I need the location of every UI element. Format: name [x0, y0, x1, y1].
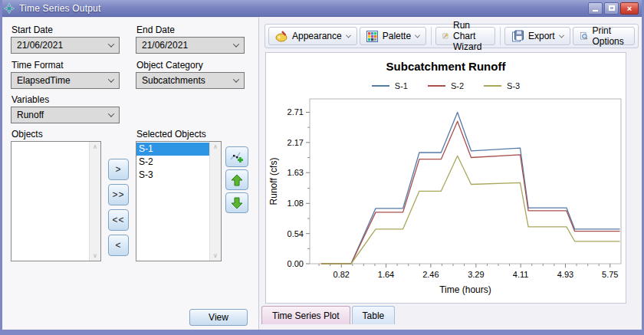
chevron-down-icon	[233, 76, 239, 82]
scroll-down-icon[interactable]: ∨	[213, 252, 218, 259]
object-category-label: Object Category	[136, 60, 203, 71]
appearance-button[interactable]: Appearance	[268, 27, 357, 45]
run-chart-wizard-button[interactable]: Run Chart Wizard	[435, 27, 495, 45]
scroll-down-icon[interactable]: ∨	[93, 252, 97, 259]
chart-title: Subcatchment Runoff	[266, 60, 626, 73]
palette-icon	[366, 31, 378, 42]
variables-label: Variables	[12, 94, 49, 105]
legend-label: S-1	[395, 81, 408, 90]
maximize-button[interactable]	[604, 2, 619, 15]
add-selected-button[interactable]: >	[108, 159, 129, 180]
minimize-icon	[593, 10, 598, 11]
chevron-down-icon	[108, 41, 114, 47]
appearance-icon	[275, 30, 288, 42]
window-title: Time Series Output	[19, 3, 101, 14]
add-series-button[interactable]	[225, 146, 248, 167]
start-date-label: Start Date	[12, 25, 53, 35]
scroll-up-icon[interactable]: ∧	[213, 143, 218, 150]
titlebar[interactable]: Time Series Output ×	[0, 0, 644, 17]
svg-text:Time (hours): Time (hours)	[439, 284, 491, 295]
move-down-button[interactable]	[225, 192, 248, 213]
maximize-icon	[609, 5, 615, 11]
chevron-down-icon	[233, 41, 239, 47]
time-format-select[interactable]: ElapsedTime	[11, 72, 120, 89]
svg-text:2.46: 2.46	[422, 270, 439, 279]
chevron-down-icon	[415, 32, 420, 38]
svg-text:0.82: 0.82	[334, 270, 350, 279]
list-item[interactable]: S-3	[136, 169, 209, 182]
selected-objects-label: Selected Objects	[136, 129, 206, 140]
time-series-output-window: Time Series Output × Start Date 21/06/20…	[0, 0, 644, 335]
svg-text:1.64: 1.64	[378, 270, 394, 279]
chart-panel: Subcatchment Runoff S-1S-2S-3 0.000.541.…	[265, 52, 626, 304]
add-all-button[interactable]: >>	[108, 184, 129, 205]
list-item[interactable]: S-2	[136, 156, 209, 169]
selection-panel: Start Date 21/06/2021 End Date 21/06/202…	[2, 17, 259, 330]
end-date-label: End Date	[136, 25, 175, 35]
svg-text:0.54: 0.54	[288, 229, 304, 238]
tab-table[interactable]: Table	[352, 306, 396, 324]
legend-line-swatch	[484, 85, 501, 87]
tab-time-series-plot[interactable]: Time Series Plot	[261, 306, 350, 324]
scroll-up-icon[interactable]: ∧	[93, 143, 97, 150]
svg-text:1.08: 1.08	[288, 199, 304, 208]
time-format-label: Time Format	[12, 60, 64, 71]
add-series-icon	[230, 151, 244, 163]
start-date-select[interactable]: 21/06/2021	[11, 37, 120, 54]
svg-text:3.29: 3.29	[468, 270, 484, 279]
legend-label: S-2	[451, 81, 464, 90]
print-options-button[interactable]: Print Options	[573, 27, 635, 45]
legend-entry: S-2	[428, 81, 464, 90]
svg-text:0.00: 0.00	[288, 259, 304, 268]
chevron-down-icon	[346, 32, 351, 38]
objects-list-items	[12, 142, 89, 261]
svg-text:Runoff (cfs): Runoff (cfs)	[268, 158, 279, 205]
remove-all-button[interactable]: <<	[108, 209, 129, 231]
list-item[interactable]: S-1	[136, 143, 209, 156]
objects-label: Objects	[12, 129, 43, 140]
print-options-icon	[580, 30, 588, 42]
chevron-down-icon	[108, 76, 114, 82]
move-up-icon	[231, 174, 243, 186]
chart-plot: 0.000.541.081.632.172.710.821.642.463.29…	[266, 94, 626, 297]
legend-label: S-3	[507, 81, 520, 90]
tab-bar: Time Series Plot Table	[261, 306, 395, 325]
legend-line-swatch	[428, 85, 445, 87]
export-button[interactable]: Export	[504, 27, 570, 45]
chart-toolbar: Appearance Palette	[264, 24, 639, 48]
palette-button[interactable]: Palette	[360, 27, 426, 45]
svg-text:4.93: 4.93	[557, 270, 573, 279]
objects-list[interactable]: ∧ ∨	[11, 141, 101, 261]
selected-objects-list[interactable]: S-1 S-2 S-3 ∧ ∨	[136, 141, 222, 261]
svg-text:1.63: 1.63	[288, 168, 304, 177]
legend-line-swatch	[372, 85, 389, 87]
move-down-icon	[231, 197, 243, 209]
scrollbar[interactable]: ∧ ∨	[89, 142, 100, 261]
chart-legend: S-1S-2S-3	[266, 81, 626, 90]
chevron-down-icon	[559, 32, 564, 38]
variables-select[interactable]: Runoff	[11, 107, 120, 123]
minimize-button[interactable]	[588, 2, 603, 15]
window-body: Start Date 21/06/2021 End Date 21/06/202…	[2, 17, 642, 330]
object-category-select[interactable]: Subcatchments	[136, 72, 245, 89]
scrollbar[interactable]: ∧ ∨	[209, 142, 221, 261]
close-icon: ×	[627, 4, 632, 13]
legend-entry: S-3	[484, 81, 520, 90]
svg-text:2.71: 2.71	[288, 107, 304, 117]
app-icon	[4, 3, 15, 14]
view-button[interactable]: View	[189, 309, 248, 326]
end-date-select[interactable]: 21/06/2021	[136, 37, 245, 54]
legend-entry: S-1	[372, 81, 408, 90]
move-up-button[interactable]	[225, 169, 248, 190]
remove-selected-button[interactable]: <	[108, 235, 129, 256]
svg-text:2.17: 2.17	[288, 138, 304, 147]
svg-text:4.11: 4.11	[513, 270, 529, 279]
chevron-down-icon	[108, 110, 114, 117]
close-button[interactable]: ×	[620, 2, 639, 15]
wizard-icon	[442, 30, 449, 42]
export-icon	[511, 30, 524, 42]
svg-text:5.75: 5.75	[602, 270, 618, 279]
